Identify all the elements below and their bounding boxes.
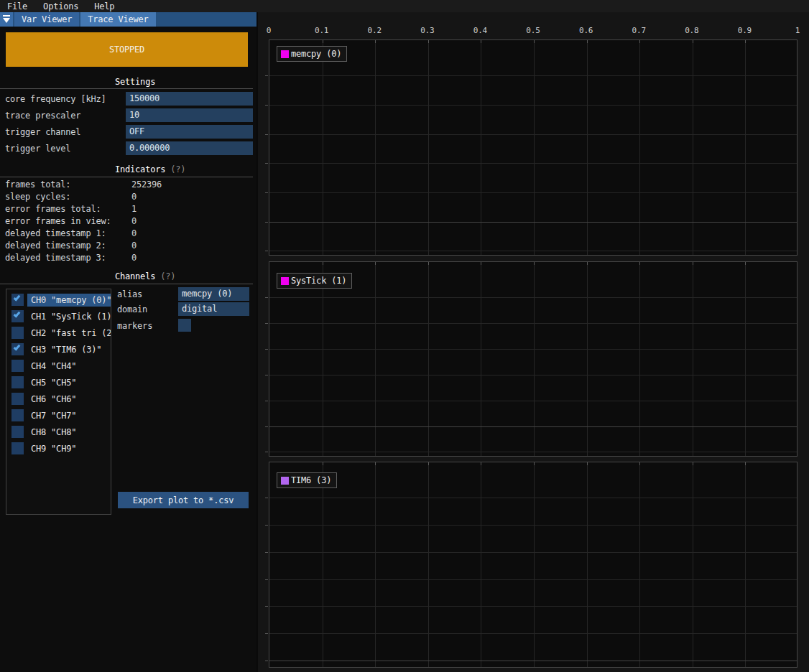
y-tick-mark <box>265 163 268 164</box>
x-tick-mark <box>745 40 746 43</box>
v-gridline <box>587 40 588 255</box>
y-tick-mark <box>265 222 268 223</box>
indicators-heading-text: Indicators <box>115 164 165 174</box>
channel-row-ch1[interactable]: CH1 "SysTick (1) <box>6 309 111 325</box>
legend-label: TIM6 (3) <box>291 475 331 485</box>
y-tick-mark <box>265 297 268 298</box>
trace-plot-panel: 00.10.20.30.40.50.60.70.80.91memcpy (0)S… <box>256 12 809 672</box>
legend-label: SysTick (1) <box>291 276 346 286</box>
channel-checkbox-ch3[interactable] <box>11 343 24 355</box>
channel-checkbox-ch0[interactable] <box>11 294 24 306</box>
alias-input[interactable]: memcpy (0) <box>178 287 249 301</box>
channel-checkbox-ch7[interactable] <box>11 409 24 421</box>
v-gridline <box>375 462 376 667</box>
y-tick-mark <box>265 498 268 498</box>
acquisition-status-button[interactable]: STOPPED <box>6 32 248 67</box>
channels-help-icon[interactable]: (?) <box>160 271 175 281</box>
channel-label-ch4[interactable]: CH4 "CH4" <box>27 360 111 373</box>
h-gridline <box>269 633 797 634</box>
v-gridline <box>375 40 376 255</box>
h-gridline <box>269 163 797 164</box>
h-gridline <box>269 606 797 607</box>
x-tick-mark <box>428 262 429 265</box>
channel-row-ch0[interactable]: CH0 "memcpy (0)" <box>6 292 111 308</box>
y-tick-mark <box>265 375 268 375</box>
y-tick-mark <box>265 192 268 193</box>
channel-row-ch7[interactable]: CH7 "CH7" <box>6 408 111 424</box>
y-tick-mark <box>265 134 268 135</box>
trigger-channel-input[interactable]: OFF <box>126 125 253 139</box>
x-tick-mark <box>481 40 481 43</box>
plot-legend-systick-1[interactable]: SysTick (1) <box>277 273 352 289</box>
channel-label-ch5[interactable]: CH5 "CH5" <box>27 376 111 389</box>
h-gridline <box>269 579 797 580</box>
menu-item-file[interactable]: File <box>7 1 27 11</box>
h-gridline <box>269 401 797 401</box>
channel-checkbox-ch8[interactable] <box>11 426 24 438</box>
x-axis-tick-0.8: 0.8 <box>685 26 698 35</box>
channel-label-ch6[interactable]: CH6 "CH6" <box>27 393 111 406</box>
channel-checkbox-ch9[interactable] <box>11 442 24 454</box>
y-tick-mark <box>265 251 268 251</box>
channel-checkbox-ch2[interactable] <box>11 327 24 339</box>
indicator-error-frames-in-view-value: 0 <box>131 216 137 226</box>
channel-row-ch3[interactable]: CH3 "TIM6 (3)" <box>6 342 111 358</box>
export-csv-button[interactable]: Export plot to *.csv <box>118 492 249 508</box>
channel-row-ch4[interactable]: CH4 "CH4" <box>6 358 111 374</box>
v-gridline <box>693 462 693 667</box>
x-tick-mark <box>428 462 429 465</box>
tab-var-viewer[interactable]: Var Viewer <box>14 12 79 27</box>
indicator-sleep-cycles-label: sleep cycles: <box>5 192 70 202</box>
collapse-arrow-triangle <box>3 18 10 23</box>
x-axis-tick-0.1: 0.1 <box>315 26 328 35</box>
x-axis-tick-0.2: 0.2 <box>368 26 382 35</box>
x-tick-mark <box>587 462 588 465</box>
h-gridline <box>269 192 797 193</box>
plot-systick-1[interactable]: SysTick (1) <box>269 261 798 457</box>
x-tick-mark <box>323 262 323 265</box>
trigger-level-input[interactable]: 0.000000 <box>126 141 253 155</box>
channel-label-ch9[interactable]: CH9 "CH9" <box>27 442 111 455</box>
channel-row-ch6[interactable]: CH6 "CH6" <box>6 391 111 407</box>
markers-checkbox[interactable] <box>178 319 191 332</box>
channel-label-ch1[interactable]: CH1 "SysTick (1) <box>27 310 111 323</box>
channel-row-ch9[interactable]: CH9 "CH9" <box>6 441 111 457</box>
channel-label-ch8[interactable]: CH8 "CH8" <box>27 426 111 439</box>
plot-memcpy-0[interactable]: memcpy (0) <box>269 39 798 256</box>
channel-row-ch2[interactable]: CH2 "fast tri (2 <box>6 325 111 341</box>
x-tick-mark <box>639 262 640 265</box>
plot-tim6-3[interactable]: TIM6 (3) <box>269 462 798 668</box>
menu-item-help[interactable]: Help <box>94 1 114 11</box>
channel-label-ch7[interactable]: CH7 "CH7" <box>27 409 111 422</box>
channel-checkbox-ch6[interactable] <box>11 393 24 405</box>
core-frequency-khz-input[interactable]: 150000 <box>126 92 253 106</box>
menu-item-options[interactable]: Options <box>43 1 78 11</box>
v-gridline <box>587 462 588 667</box>
channel-label-ch2[interactable]: CH2 "fast tri (2 <box>27 327 111 340</box>
channel-row-ch5[interactable]: CH5 "CH5" <box>6 375 111 391</box>
y-tick-mark <box>265 661 268 661</box>
x-tick-mark <box>323 40 323 43</box>
collapse-arrow-bar <box>3 15 10 17</box>
trace-prescaler-label: trace prescaler <box>5 111 80 121</box>
channel-label-ch3[interactable]: CH3 "TIM6 (3)" <box>27 343 111 356</box>
trace-prescaler-input[interactable]: 10 <box>126 108 253 122</box>
indicator-delayed-timestamp-1-value: 0 <box>131 228 137 238</box>
channel-checkbox-ch5[interactable] <box>11 376 24 388</box>
channels-heading: Channels (?) <box>115 271 175 281</box>
x-axis-tick-0.3: 0.3 <box>420 26 434 35</box>
indicators-help-icon[interactable]: (?) <box>170 164 185 174</box>
channel-listbox[interactable]: CH0 "memcpy (0)"CH1 "SysTick (1)CH2 "fas… <box>6 289 111 515</box>
tab-bar: Var ViewerTrace Viewer <box>0 12 256 27</box>
channel-row-ch8[interactable]: CH8 "CH8" <box>6 424 111 440</box>
tab-trace-viewer[interactable]: Trace Viewer <box>80 12 155 27</box>
domain-input[interactable]: digital <box>178 302 249 316</box>
collapse-arrow-icon[interactable] <box>0 12 13 27</box>
v-gridline <box>693 40 693 255</box>
channel-checkbox-ch4[interactable] <box>11 360 24 372</box>
channel-label-ch0[interactable]: CH0 "memcpy (0)" <box>27 294 111 307</box>
plot-legend-memcpy-0[interactable]: memcpy (0) <box>277 46 347 62</box>
channel-checkbox-ch1[interactable] <box>11 310 24 322</box>
plot-legend-tim6-3[interactable]: TIM6 (3) <box>277 472 337 488</box>
x-tick-mark <box>534 40 535 43</box>
